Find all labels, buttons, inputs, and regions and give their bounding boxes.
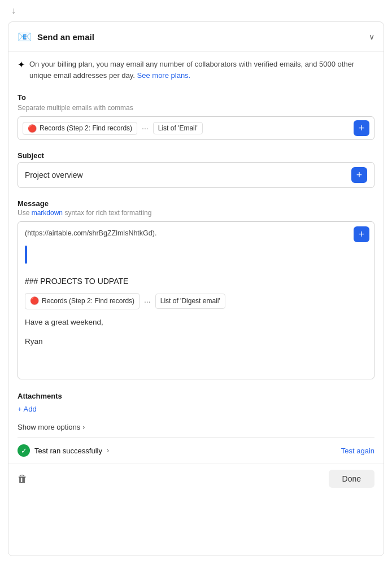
collapse-icon[interactable]: ∨ xyxy=(369,32,374,41)
card-title: Send an email xyxy=(37,32,94,42)
message-body-line2: Ryan xyxy=(25,335,367,348)
test-label: Test ran successfully xyxy=(34,447,102,455)
message-box[interactable]: + (https://airtable.com/shrBgZZlmlsNhtkG… xyxy=(18,221,374,379)
to-records-token[interactable]: 🔴 Records (Step 2: Find records) xyxy=(23,122,137,135)
email-icon: 📧 xyxy=(18,30,32,43)
blue-bar-icon xyxy=(25,246,27,264)
message-token-row: 🔴 Records (Step 2: Find records) ··· Lis… xyxy=(25,293,367,309)
sparkle-icon: ✦ xyxy=(18,59,25,70)
see-more-plans-link[interactable]: See more plans. xyxy=(137,71,191,80)
to-add-button[interactable]: + xyxy=(354,120,369,136)
test-status: ✓ Test ran successfully › xyxy=(18,444,109,457)
subject-add-button[interactable]: + xyxy=(351,167,367,183)
to-token-label: List of 'Email' xyxy=(153,122,203,134)
subject-value: Project overview xyxy=(25,170,347,180)
message-url: (https://airtable.com/shrBgZZlmlsNhtkGd)… xyxy=(25,228,367,239)
records-icon: 🔴 xyxy=(28,124,37,133)
show-more-label: Show more options xyxy=(18,423,80,431)
card-header: 📧 Send an email ∨ xyxy=(8,22,384,52)
subject-label: Subject xyxy=(18,151,374,160)
test-again-button[interactable]: Test again xyxy=(341,447,374,455)
trash-icon[interactable]: 🗑 xyxy=(18,473,28,485)
message-records-icon: 🔴 xyxy=(30,295,39,307)
top-arrow: ↓ xyxy=(0,0,392,21)
subject-input[interactable]: Project overview + xyxy=(18,162,374,188)
to-section: To Separate multiple emails with commas … xyxy=(8,88,384,146)
message-records-token[interactable]: 🔴 Records (Step 2: Find records) xyxy=(25,293,140,309)
to-hint: Separate multiple emails with commas xyxy=(18,104,374,112)
show-more-options[interactable]: Show more options › xyxy=(8,417,384,437)
markdown-hint: Use markdown syntax for rich text format… xyxy=(18,209,374,217)
message-heading: ### PROJECTS TO UDPATE xyxy=(25,275,367,287)
attachments-label: Attachments xyxy=(18,392,374,400)
attachments-section: Attachments + Add xyxy=(8,385,384,417)
success-icon: ✓ xyxy=(18,444,30,457)
message-label: Message xyxy=(18,199,374,208)
test-status-section: ✓ Test ran successfully › Test again xyxy=(8,438,384,464)
to-label: To xyxy=(18,93,374,102)
message-add-button[interactable]: + xyxy=(354,226,369,242)
billing-notice: ✦ On your billing plan, you may email an… xyxy=(8,52,384,88)
to-input-row: 🔴 Records (Step 2: Find records) ··· Lis… xyxy=(18,116,374,140)
message-section: Message Use markdown syntax for rich tex… xyxy=(8,194,384,385)
message-token-label: List of 'Digest email' xyxy=(155,294,225,309)
to-token-dots[interactable]: ··· xyxy=(141,124,150,133)
test-arrow-icon[interactable]: › xyxy=(107,447,109,454)
message-body-line1: Have a great weekend, xyxy=(25,316,367,329)
done-button[interactable]: Done xyxy=(329,470,374,488)
show-more-chevron-icon: › xyxy=(82,423,85,431)
markdown-link[interactable]: markdown xyxy=(32,209,63,217)
send-email-card: 📧 Send an email ∨ ✦ On your billing plan… xyxy=(8,21,384,556)
card-header-left: 📧 Send an email xyxy=(18,30,94,43)
billing-text: On your billing plan, you may email any … xyxy=(29,59,374,81)
message-token-dots[interactable]: ··· xyxy=(143,295,152,308)
bottom-bar: 🗑 Done xyxy=(8,464,384,496)
add-attachment-link[interactable]: + Add xyxy=(18,405,37,413)
subject-section: Subject Project overview + xyxy=(8,146,384,194)
